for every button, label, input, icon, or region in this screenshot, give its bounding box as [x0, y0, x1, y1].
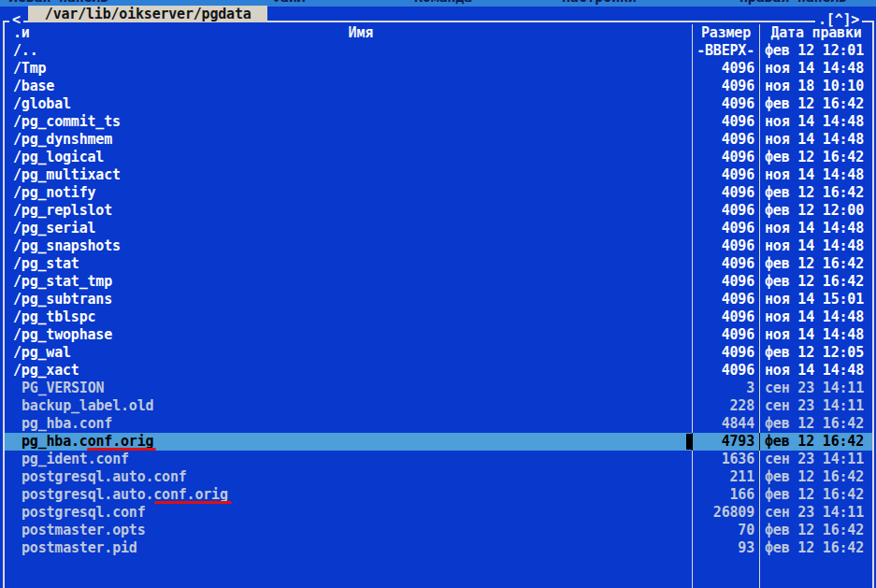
- file-row[interactable]: /pg_replslot 4096 фев 12 12:00: [5, 202, 872, 220]
- file-name: /..: [5, 42, 692, 60]
- menu-item-options[interactable]: Настройки: [562, 0, 636, 7]
- file-name: /pg_twophase: [5, 326, 692, 344]
- file-size: 4096: [692, 237, 759, 255]
- file-name: /pg_dynshmem: [5, 131, 692, 149]
- file-row[interactable]: /pg_notify 4096 фев 12 16:42: [5, 184, 872, 202]
- file-row[interactable]: backup_label.old 228 сен 23 14:11: [5, 397, 872, 415]
- file-row[interactable]: /pg_snapshots 4096 ноя 14 14:48: [5, 237, 872, 255]
- column-header-size[interactable]: Размер: [692, 24, 759, 42]
- file-row[interactable]: pg_ident.conf 1636 сен 23 14:11: [5, 451, 872, 468]
- red-underline-annotation: [154, 501, 232, 504]
- file-row[interactable]: postgresql.auto.conf.orig 166 фев 12 16:…: [5, 486, 872, 504]
- file-name: /base: [5, 78, 692, 95]
- file-date: ноя 14 14:48: [759, 131, 872, 149]
- file-row[interactable]: postgresql.conf 26809 сен 23 14:11: [5, 504, 872, 522]
- file-row[interactable]: /pg_dynshmem 4096 ноя 14 14:48: [5, 131, 872, 149]
- file-date: ноя 14 14:48: [759, 237, 872, 255]
- file-name: pg_ident.conf: [5, 451, 692, 468]
- file-size: 4096: [692, 326, 759, 344]
- file-size: 4096: [692, 202, 759, 220]
- file-name: /pg_commit_ts: [5, 113, 692, 131]
- file-row[interactable]: postgresql.auto.conf 211 фев 12 16:42: [5, 468, 872, 486]
- file-date: фев 12 16:42: [759, 255, 872, 273]
- file-name: /pg_snapshots: [5, 237, 692, 255]
- file-name: /pg_notify: [5, 184, 692, 202]
- file-row[interactable]: /pg_stat_tmp 4096 фев 12 16:42: [5, 273, 872, 291]
- panel-empty-area: [5, 557, 872, 588]
- file-date: фев 12 16:42: [759, 149, 872, 166]
- file-row[interactable]: /pg_wal 4096 фев 12 12:05: [5, 344, 872, 362]
- file-name: /global: [5, 95, 692, 113]
- file-date: фев 12 12:01: [759, 42, 872, 60]
- file-date: фев 12 16:42: [759, 539, 872, 557]
- file-date: сен 23 14:11: [759, 397, 872, 415]
- file-size: 70: [692, 522, 759, 539]
- file-row[interactable]: /Tmp 4096 ноя 14 14:48: [5, 60, 872, 78]
- file-size: [692, 557, 759, 588]
- file-date: ноя 14 14:48: [759, 113, 872, 131]
- file-name: PG_VERSION: [5, 380, 692, 397]
- file-date: ноя 18 10:10: [759, 78, 872, 95]
- file-name: postmaster.opts: [5, 522, 692, 539]
- file-row[interactable]: /.. -ВВЕРХ- фев 12 12:01: [5, 42, 872, 60]
- menu-item-file[interactable]: Файл: [272, 0, 305, 7]
- file-size: 4096: [692, 220, 759, 237]
- file-row[interactable]: /pg_tblspc 4096 ноя 14 14:48: [5, 308, 872, 326]
- file-size: 4096: [692, 344, 759, 362]
- file-size: 4096: [692, 131, 759, 149]
- file-row[interactable]: PG_VERSION 3 сен 23 14:11: [5, 380, 872, 397]
- file-row[interactable]: /pg_commit_ts 4096 ноя 14 14:48: [5, 113, 872, 131]
- file-name: /pg_tblspc: [5, 308, 692, 326]
- file-size: 4793: [692, 433, 759, 451]
- file-date: ноя 14 14:48: [759, 362, 872, 380]
- file-size: 4096: [692, 95, 759, 113]
- file-date: фев 12 12:05: [759, 344, 872, 362]
- file-row[interactable]: /pg_stat 4096 фев 12 16:42: [5, 255, 872, 273]
- current-path-title[interactable]: /var/lib/oikserver/pgdata: [28, 6, 267, 22]
- file-name: backup_label.old: [5, 397, 692, 415]
- file-size: 4096: [692, 362, 759, 380]
- file-row[interactable]: /global 4096 фев 12 16:42: [5, 95, 872, 113]
- panel-controls-icon[interactable]: .[^]>: [815, 11, 862, 29]
- file-date: ноя 14 14:48: [759, 220, 872, 237]
- file-row[interactable]: /pg_multixact 4096 ноя 14 14:48: [5, 166, 872, 184]
- file-row[interactable]: postmaster.pid 93 фев 12 16:42: [5, 539, 872, 557]
- file-date: сен 23 14:11: [759, 380, 872, 397]
- file-row[interactable]: pg_hba.conf 4844 фев 12 16:42: [5, 415, 872, 433]
- menu-item-right-panel[interactable]: Правая панель: [740, 0, 847, 7]
- file-name: postgresql.auto.conf: [5, 468, 692, 486]
- file-size: 4096: [692, 60, 759, 78]
- file-name: postgresql.conf: [5, 504, 692, 522]
- file-name: /pg_serial: [5, 220, 692, 237]
- menu-item-command[interactable]: Команда: [414, 0, 472, 7]
- column-header-name[interactable]: Имя: [30, 24, 692, 42]
- file-date: фев 12 16:42: [759, 415, 872, 433]
- file-row[interactable]: /base 4096 ноя 18 10:10: [5, 78, 872, 95]
- file-row[interactable]: /pg_serial 4096 ноя 14 14:48: [5, 220, 872, 237]
- file-row[interactable]: postmaster.opts 70 фев 12 16:42: [5, 522, 872, 539]
- file-name: /pg_logical: [5, 149, 692, 166]
- file-row[interactable]: /pg_twophase 4096 ноя 14 14:48: [5, 326, 872, 344]
- selected-file-row[interactable]: pg_hba.conf.orig 4793 фев 12 16:42: [5, 433, 872, 451]
- mc-file-manager-screen: Левая панель Файл Команда Настройки Прав…: [0, 0, 876, 588]
- file-date: фев 12 16:42: [759, 486, 872, 504]
- red-underline-annotation: [87, 448, 156, 451]
- file-size: 228: [692, 397, 759, 415]
- panel-scroll-left-icon[interactable]: <: [9, 11, 23, 29]
- file-row[interactable]: /pg_logical 4096 фев 12 16:42: [5, 149, 872, 166]
- file-size: 3: [692, 380, 759, 397]
- file-name: [5, 557, 692, 588]
- file-date: фев 12 16:42: [759, 522, 872, 539]
- file-row[interactable]: /pg_xact 4096 ноя 14 14:48: [5, 362, 872, 380]
- column-header-row: .и Имя Размер Дата правки: [5, 24, 872, 42]
- file-size: 4096: [692, 255, 759, 273]
- file-row[interactable]: /pg_subtrans 4096 ноя 14 15:01: [5, 291, 872, 308]
- file-size: 4096: [692, 113, 759, 131]
- file-date: ноя 14 14:48: [759, 308, 872, 326]
- file-name: /Tmp: [5, 60, 692, 78]
- file-size: -ВВЕРХ-: [692, 42, 759, 60]
- file-name: pg_hba.conf: [5, 415, 692, 433]
- file-name: /pg_multixact: [5, 166, 692, 184]
- file-date: ноя 14 15:01: [759, 291, 872, 308]
- file-date: фев 12 16:42: [759, 273, 872, 291]
